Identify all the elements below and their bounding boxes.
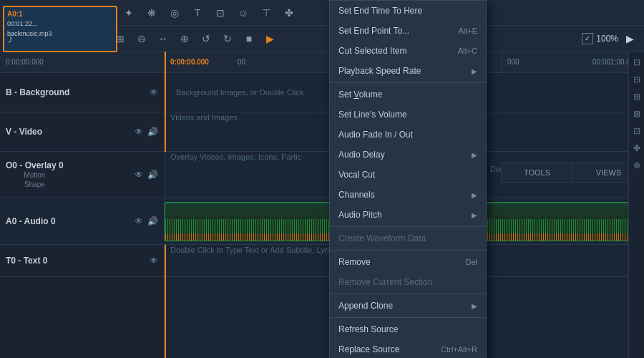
menu-label-remove-section: Remove Current Section — [338, 277, 432, 287]
menu-label-audio-fade: Audio Fade In / Out — [338, 130, 413, 140]
zoom-check-icon: ✓ — [582, 33, 593, 44]
bg-hint: Background Images, or Double Click — [170, 85, 310, 100]
track-name-a0: A0 - Audio 0 — [6, 216, 56, 226]
menu-label-vocal-cut: Vocal Cut — [338, 170, 375, 180]
track-row-text: T0 - Text 0 👁 — [0, 245, 164, 277]
ruler-start: 0:00:00.000 — [170, 58, 209, 66]
right-icon-7[interactable]: ⊕ — [633, 160, 640, 170]
right-icon-column: ⊡ ⊟ ⊞ ⊠ ⊡ ✤ ⊕ — [628, 52, 644, 358]
track-icon-zoom-in[interactable]: ⊕ — [176, 30, 193, 47]
context-menu: Set End Time To Here Set End Point To...… — [329, 0, 487, 358]
eye-icon-o0[interactable]: 👁 — [135, 170, 143, 180]
motion-shape-label-o0: MotionShape — [6, 170, 64, 189]
menu-item-vocal-cut[interactable]: Vocal Cut — [330, 165, 486, 185]
menu-shortcut-remove: Del — [465, 258, 477, 266]
right-icon-4[interactable]: ⊠ — [633, 109, 640, 119]
menu-item-refresh-source[interactable]: Refresh Source — [330, 319, 486, 339]
track-row-overlay: O0 - Overlay 0 MotionShape 👁 🔊 — [0, 152, 164, 198]
playback-speed-arrow-icon: ▶ — [472, 67, 477, 75]
menu-label-append-clone: Append Clone — [338, 301, 393, 311]
menu-label-cut: Cut Selected Item — [338, 46, 406, 56]
second-ruler: 000 00:001:00.000 — [501, 52, 644, 73]
audio-icon-v[interactable]: 🔊 — [147, 127, 158, 137]
menu-item-replace-source[interactable]: Replace Source Ctrl+Alt+R — [330, 339, 486, 358]
menu-separator-5 — [330, 317, 486, 318]
ruler-end: 00 — [238, 58, 245, 66]
menu-item-append-clone[interactable]: Append Clone ▶ — [330, 296, 486, 316]
eye-icon-b[interactable]: 👁 — [150, 87, 158, 97]
menu-shortcut-replace-source: Ctrl+Alt+R — [441, 345, 477, 354]
right-icon-6[interactable]: ✤ — [633, 143, 640, 153]
music-icon: ♪ — [7, 32, 14, 47]
right-icon-5[interactable]: ⊡ — [633, 126, 640, 136]
track-icon-fit[interactable]: ↔ — [155, 30, 172, 47]
menu-item-channels[interactable]: Channels ▶ — [330, 185, 486, 205]
menu-label-set-volume: Set Volume — [338, 90, 382, 100]
channels-arrow-icon: ▶ — [472, 191, 477, 199]
track-name-t0: T0 - Text 0 — [6, 256, 47, 266]
toolbar-icon-particle[interactable]: ✤ — [280, 4, 298, 21]
track-row-audio: A0 - Audio 0 👁 🔊 — [0, 198, 164, 245]
menu-item-set-end-time[interactable]: Set End Time To Here — [330, 1, 486, 21]
track-icon-redo[interactable]: ↻ — [219, 30, 236, 47]
right-icon-2[interactable]: ⊟ — [633, 74, 640, 84]
eye-icon-v[interactable]: 👁 — [135, 127, 143, 137]
menu-shortcut-set-end-point: Alt+E — [458, 26, 477, 35]
toolbar-icon-filter[interactable]: ◎ — [166, 4, 183, 21]
menu-label-set-end-point: Set End Point To... — [338, 26, 409, 36]
track-row-video: V - Video 👁 🔊 — [0, 112, 164, 152]
track-icon-stop[interactable]: ■ — [240, 30, 258, 47]
overlay-hint: Overlay Videos, Images, Icons, Partic — [165, 150, 307, 164]
track-icon-play[interactable]: ▶ — [262, 30, 279, 47]
menu-item-create-waveform[interactable]: Create Waveform Data — [330, 228, 486, 248]
menu-item-set-line-volume[interactable]: Set Line's Volume — [330, 105, 486, 125]
clip-box[interactable]: A0:1 00:01:22... backmusic.mp3 ♪ — [3, 6, 117, 52]
menu-label-playback-speed: Playback Speed Rate — [338, 66, 421, 76]
menu-label-audio-delay: Audio Delay — [338, 150, 385, 160]
track-name-v: V - Video — [6, 127, 42, 137]
right-icon-1[interactable]: ⊡ — [633, 57, 640, 67]
menu-separator-1 — [330, 82, 486, 83]
right-icon-3[interactable]: ⊞ — [633, 92, 640, 102]
track-icon-minus[interactable]: ⊖ — [133, 30, 150, 47]
track-name-b: B - Background — [6, 87, 69, 97]
track-row-background: B - Background 👁 — [0, 73, 164, 112]
menu-separator-4 — [330, 294, 486, 294]
menu-item-set-end-point[interactable]: Set End Point To... Alt+E — [330, 21, 486, 41]
clip-time: 00:01:22... — [7, 20, 38, 27]
menu-item-cut[interactable]: Cut Selected Item Alt+C — [330, 41, 486, 61]
menu-item-audio-fade[interactable]: Audio Fade In / Out — [330, 125, 486, 145]
menu-item-remove[interactable]: Remove Del — [330, 252, 486, 272]
audio-delay-arrow-icon: ▶ — [472, 151, 477, 159]
toolbar-icon-shape[interactable]: ⊤ — [258, 4, 275, 21]
menu-label-set-end-time: Set End Time To Here — [338, 6, 422, 16]
track-icon-undo[interactable]: ↺ — [197, 30, 215, 47]
timeline-start: 0:00:00.000 — [6, 58, 44, 66]
toolbar-icon-transition[interactable]: ✦ — [120, 4, 137, 21]
eye-icon-t0[interactable]: 👁 — [150, 256, 158, 266]
menu-item-audio-pitch[interactable]: Audio Pitch ▶ — [330, 205, 486, 225]
menu-item-remove-section[interactable]: Remove Current Section — [330, 272, 486, 292]
menu-separator-3 — [330, 250, 486, 251]
menu-shortcut-cut: Alt+C — [458, 47, 477, 55]
video-hint: Videos and Images — [165, 110, 243, 125]
menu-label-replace-source: Replace Source — [338, 344, 399, 354]
menu-item-playback-speed[interactable]: Playback Speed Rate ▶ — [330, 61, 486, 81]
toolbar-icon-caption[interactable]: ⊡ — [212, 4, 229, 21]
menu-label-audio-pitch: Audio Pitch — [338, 210, 382, 220]
toolbar-icon-effect[interactable]: ❋ — [143, 4, 160, 21]
menu-item-set-volume[interactable]: Set Volume — [330, 84, 486, 105]
clip-title: A0:1 — [7, 10, 23, 18]
menu-item-audio-delay[interactable]: Audio Delay ▶ — [330, 145, 486, 165]
second-ruler-time: 000 — [507, 58, 519, 66]
menu-label-create-waveform: Create Waveform Data — [338, 233, 426, 243]
audio-icon-a0[interactable]: 🔊 — [147, 216, 158, 226]
audio-icon-o0[interactable]: 🔊 — [147, 170, 158, 180]
toolbar-icon-text[interactable]: T — [189, 4, 206, 21]
menu-label-remove: Remove — [338, 257, 371, 267]
menu-label-channels: Channels — [338, 190, 375, 200]
zoom-play-icon[interactable]: ▶ — [621, 30, 638, 47]
tools-label: TOOLS — [502, 163, 573, 182]
toolbar-icon-sticker[interactable]: ☺ — [235, 4, 252, 21]
eye-icon-a0[interactable]: 👁 — [135, 216, 143, 226]
